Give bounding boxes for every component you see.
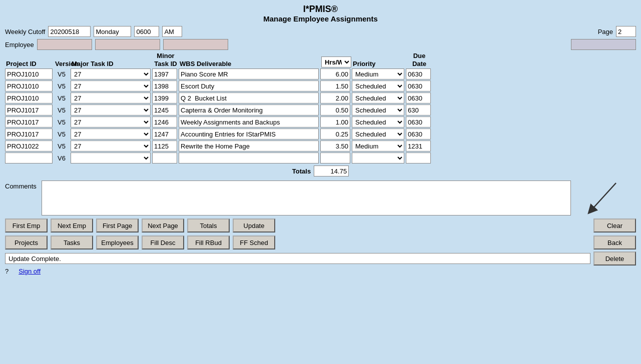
wbs-input[interactable] [179, 116, 319, 128]
minor-task-input[interactable] [152, 128, 177, 140]
due-date-input[interactable] [406, 128, 431, 140]
hrs-wk-input[interactable] [320, 104, 350, 116]
employee-field2[interactable] [95, 39, 160, 50]
comments-label: Comments [5, 182, 37, 190]
assignment-table: V527MediumScheduledHighLowV527MediumSche… [5, 68, 636, 164]
priority-select[interactable]: MediumScheduledHighLow [352, 152, 404, 164]
priority-select[interactable]: MediumScheduledHighLow [352, 116, 404, 128]
totals-label: Totals [292, 168, 311, 175]
hrs-wk-input[interactable] [320, 68, 350, 80]
cutoff-day-input[interactable] [94, 26, 131, 37]
first-page-button[interactable]: First Page [96, 218, 139, 232]
due-date-input[interactable] [406, 92, 431, 104]
next-page-button[interactable]: Next Page [142, 218, 184, 232]
project-id-input[interactable] [5, 68, 53, 80]
due-date-input[interactable] [406, 152, 431, 164]
delete-button[interactable]: Delete [593, 252, 636, 266]
comments-section: Comments [5, 180, 636, 216]
page-input[interactable] [616, 26, 636, 37]
priority-select[interactable]: MediumScheduledHighLow [352, 128, 404, 140]
minor-task-input[interactable] [152, 152, 177, 164]
employee-field4[interactable] [571, 39, 636, 50]
project-id-input[interactable] [5, 104, 53, 116]
project-id-input[interactable] [5, 116, 53, 128]
minor-task-input[interactable] [152, 80, 177, 92]
due-date-input[interactable] [406, 104, 431, 116]
projects-button[interactable]: Projects [5, 236, 48, 250]
wbs-input[interactable] [179, 104, 319, 116]
priority-select[interactable]: MediumScheduledHighLow [352, 140, 404, 152]
due-date-input[interactable] [406, 116, 431, 128]
page-label: Page [598, 28, 613, 36]
fill-rbud-button[interactable]: Fill RBud [187, 236, 230, 250]
major-task-select[interactable] [71, 152, 151, 164]
hrs-wk-input[interactable] [320, 152, 350, 164]
priority-select[interactable]: MediumScheduledHighLow [352, 80, 404, 92]
totals-value[interactable] [314, 166, 349, 176]
major-task-select[interactable]: 27 [71, 128, 151, 140]
hrs-wk-input[interactable] [320, 128, 350, 140]
col-header-hrs: Hrs/Wk [321, 56, 351, 68]
major-task-select[interactable]: 27 [71, 116, 151, 128]
help-link[interactable]: ? [5, 268, 9, 275]
fill-desc-button[interactable]: Fill Desc [142, 236, 184, 250]
hrs-wk-input[interactable] [320, 80, 350, 92]
wbs-input[interactable] [179, 152, 319, 164]
minor-task-input[interactable] [152, 68, 177, 80]
cutoff-date-input[interactable] [48, 26, 91, 37]
wbs-input[interactable] [179, 140, 319, 152]
tasks-button[interactable]: Tasks [51, 236, 93, 250]
update-button[interactable]: Update [233, 218, 275, 232]
cutoff-time-input[interactable] [134, 26, 159, 37]
ff-sched-button[interactable]: FF Sched [233, 236, 275, 250]
minor-task-input[interactable] [152, 140, 177, 152]
minor-task-input[interactable] [152, 92, 177, 104]
version-label: V5 [54, 82, 69, 90]
totals-button[interactable]: Totals [187, 218, 230, 232]
cutoff-ampm-input[interactable] [162, 26, 182, 37]
major-task-select[interactable]: 27 [71, 104, 151, 116]
hrs-wk-select[interactable]: Hrs/Wk [321, 56, 351, 68]
hrs-wk-input[interactable] [320, 92, 350, 104]
col-header-wbs: WBS Deliverable [180, 60, 320, 68]
col-header-due-date: DueDate [407, 52, 432, 68]
back-button[interactable]: Back [593, 236, 636, 250]
employees-button[interactable]: Employees [96, 236, 139, 250]
due-date-input[interactable] [406, 68, 431, 80]
weekly-cutoff-row: Weekly Cutoff Page [5, 26, 636, 37]
major-task-select[interactable]: 27 [71, 68, 151, 80]
next-emp-button[interactable]: Next Emp [51, 218, 93, 232]
wbs-input[interactable] [179, 80, 319, 92]
hrs-wk-input[interactable] [320, 116, 350, 128]
project-id-input[interactable] [5, 92, 53, 104]
major-task-select[interactable]: 27 [71, 80, 151, 92]
wbs-input[interactable] [179, 92, 319, 104]
employee-field1[interactable] [37, 39, 92, 50]
project-id-input[interactable] [5, 128, 53, 140]
col-header-version: Version [55, 60, 70, 68]
signoff-link[interactable]: Sign off [19, 268, 41, 275]
minor-task-input[interactable] [152, 116, 177, 128]
project-id-input[interactable] [5, 152, 53, 164]
comments-textarea[interactable] [42, 180, 571, 216]
priority-select[interactable]: MediumScheduledHighLow [352, 68, 404, 80]
wbs-input[interactable] [179, 68, 319, 80]
due-date-input[interactable] [406, 140, 431, 152]
priority-select[interactable]: MediumScheduledHighLow [352, 104, 404, 116]
button-row-1: First Emp Next Emp First Page Next Page … [5, 218, 636, 232]
clear-button[interactable]: Clear [593, 218, 636, 232]
totals-row: Totals [5, 166, 636, 176]
due-date-input[interactable] [406, 80, 431, 92]
table-row: V527MediumScheduledHighLow [5, 128, 636, 140]
hrs-wk-input[interactable] [320, 140, 350, 152]
project-id-input[interactable] [5, 80, 53, 92]
project-id-input[interactable] [5, 140, 53, 152]
first-emp-button[interactable]: First Emp [5, 218, 48, 232]
wbs-input[interactable] [179, 128, 319, 140]
table-row: V527MediumScheduledHighLow [5, 80, 636, 92]
priority-select[interactable]: MediumScheduledHighLow [352, 92, 404, 104]
major-task-select[interactable]: 27 [71, 92, 151, 104]
minor-task-input[interactable] [152, 104, 177, 116]
employee-field3[interactable] [163, 39, 228, 50]
major-task-select[interactable]: 27 [71, 140, 151, 152]
